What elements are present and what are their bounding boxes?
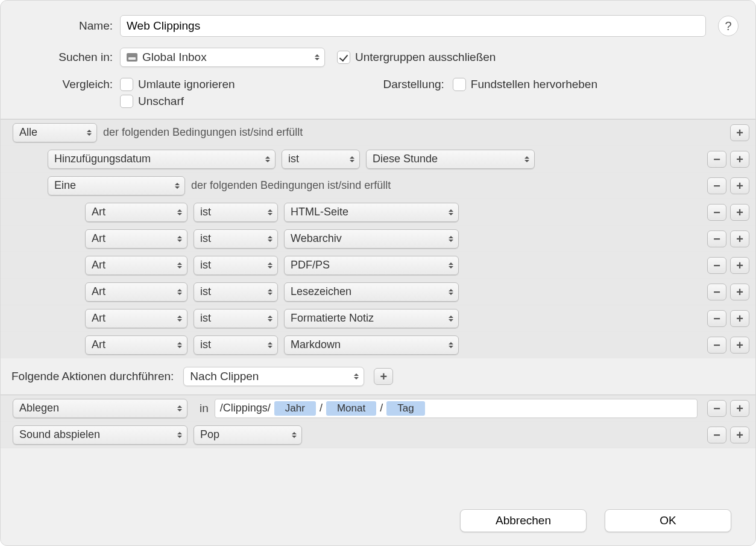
checkbox-icon [120,78,133,91]
remove-action-button[interactable]: − [707,427,726,443]
condition-op-select[interactable]: ist [194,229,278,249]
add-condition-button[interactable]: + [730,151,749,168]
condition-op-select[interactable]: ist [194,335,278,355]
in-label: in [200,402,209,415]
condition-op-select[interactable]: ist [282,150,360,169]
condition-value-select[interactable]: Webarchiv [284,229,459,249]
help-button[interactable]: ? [718,16,739,36]
checkbox-icon [337,51,350,64]
remove-condition-button[interactable]: − [707,257,726,274]
plus-icon: + [736,402,743,414]
display-label: Darstellung: [383,78,444,91]
search-in-value: Global Inbox [142,51,207,64]
minus-icon: − [713,180,720,192]
match-scope-select[interactable]: Alle [13,123,97,142]
plus-icon: + [736,259,743,271]
cond-text: der folgenden Bedingungen ist/sind erfül… [191,179,391,192]
add-condition-button[interactable]: + [730,310,749,327]
condition-field-select[interactable]: Hinzufügungsdatum [48,150,276,169]
plus-icon: + [736,286,743,298]
minus-icon: − [713,313,720,325]
plus-icon: + [736,180,743,192]
add-condition-button[interactable]: + [730,284,749,300]
remove-condition-button[interactable]: − [707,151,726,168]
condition-value-select[interactable]: Formatierte Notiz [284,309,459,328]
plus-icon: + [380,370,388,383]
condition-op-select[interactable]: ist [194,282,278,302]
cond-text: der folgenden Bedingungen ist/sind erfül… [103,126,303,139]
checkbox-icon [120,95,133,108]
remove-action-button[interactable]: − [707,400,726,417]
actions-trigger-select[interactable]: Nach Clippen [183,367,364,386]
condition-field-select[interactable]: Art [85,309,187,328]
highlight-matches-checkbox[interactable]: Fundstellen hervorheben [453,78,597,91]
plus-icon: + [736,153,743,165]
name-input[interactable] [120,15,706,37]
exclude-subgroups-checkbox[interactable]: Untergruppen ausschließen [337,51,496,64]
minus-icon: − [713,402,720,414]
condition-value-select[interactable]: PDF/PS [284,256,459,275]
minus-icon: − [713,429,720,441]
condition-field-select[interactable]: Art [85,282,187,302]
actions-header-label: Folgende Aktionen durchführen: [11,370,174,383]
add-condition-button[interactable]: + [730,204,749,221]
add-condition-button[interactable]: + [730,230,749,247]
condition-value-select[interactable]: HTML-Seite [284,203,459,222]
condition-field-select[interactable]: Art [85,256,187,275]
fuzzy-label: Unscharf [138,95,184,108]
minus-icon: − [713,206,720,218]
add-action-button[interactable]: + [374,368,393,385]
condition-op-select[interactable]: ist [194,309,278,328]
minus-icon: − [713,153,720,165]
add-condition-button[interactable]: + [730,124,749,141]
add-condition-button[interactable]: + [730,177,749,194]
highlight-matches-label: Fundstellen hervorheben [471,78,597,91]
ok-button[interactable]: OK [605,509,731,532]
add-action-button[interactable]: + [730,427,749,443]
condition-value-select[interactable]: Diese Stunde [366,150,535,169]
condition-value-select[interactable]: Lesezeichen [284,282,459,302]
plus-icon: + [736,206,743,218]
minus-icon: − [713,233,720,245]
inbox-icon [127,53,137,62]
action-type-select[interactable]: Ablegen [13,399,187,418]
add-condition-button[interactable]: + [730,337,749,354]
plus-icon: + [736,313,743,325]
path-token[interactable]: Tag [386,401,424,416]
path-token[interactable]: Monat [326,401,376,416]
condition-field-select[interactable]: Art [85,229,187,249]
action-type-select[interactable]: Sound abspielen [13,425,187,445]
condition-op-select[interactable]: ist [194,256,278,275]
minus-icon: − [713,339,720,351]
condition-field-select[interactable]: Art [85,203,187,222]
search-in-select[interactable]: Global Inbox [120,48,325,67]
remove-condition-button[interactable]: − [707,177,726,194]
path-token[interactable]: Jahr [274,401,316,416]
path-prefix: /Clippings/ [220,402,271,414]
path-input[interactable]: /Clippings/ Jahr / Monat / Tag [215,399,698,418]
sub-scope-select[interactable]: Eine [48,176,185,195]
plus-icon: + [736,127,743,139]
add-condition-button[interactable]: + [730,257,749,274]
ignore-umlauts-checkbox[interactable]: Umlaute ignorieren [120,78,235,91]
plus-icon: + [736,429,743,441]
condition-field-select[interactable]: Art [85,335,187,355]
minus-icon: − [713,259,720,271]
search-in-label: Suchen in: [17,51,120,64]
fuzzy-checkbox[interactable]: Unscharf [120,95,235,108]
help-icon: ? [725,19,731,33]
minus-icon: − [713,286,720,298]
add-action-button[interactable]: + [730,400,749,417]
condition-op-select[interactable]: ist [194,203,278,222]
plus-icon: + [736,339,743,351]
remove-condition-button[interactable]: − [707,337,726,354]
cancel-button[interactable]: Abbrechen [460,509,587,532]
condition-value-select[interactable]: Markdown [284,335,459,355]
remove-condition-button[interactable]: − [707,310,726,327]
exclude-subgroups-label: Untergruppen ausschließen [355,51,496,64]
remove-condition-button[interactable]: − [707,204,726,221]
remove-condition-button[interactable]: − [707,230,726,247]
remove-condition-button[interactable]: − [707,284,726,300]
sound-select[interactable]: Pop [194,425,302,445]
plus-icon: + [736,233,743,245]
